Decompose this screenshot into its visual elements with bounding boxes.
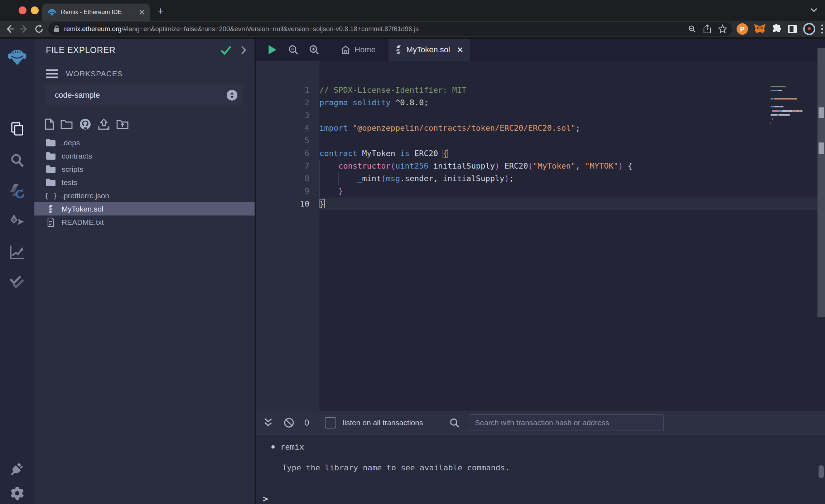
workspaces-row: WORKSPACES	[46, 69, 123, 78]
upload-folder-icon[interactable]	[116, 119, 129, 129]
code-line-6: contract MyToken is ERC20 {	[319, 147, 448, 160]
browser-tab[interactable]: Remix - Ethereum IDE	[42, 4, 150, 21]
hamburger-menu-icon[interactable]	[46, 69, 58, 78]
listen-transactions-label[interactable]: listen on all transactions	[343, 418, 423, 427]
code-line-10: }	[319, 198, 325, 210]
panel-title: FILE EXPLORER	[46, 45, 220, 55]
code-line-7: constructor(uint256 initialSupply) ERC20…	[319, 160, 632, 172]
log-source: remix	[280, 442, 304, 451]
terminal-log-message: Type the library name to see available c…	[282, 463, 510, 472]
tab-home-label: Home	[354, 45, 376, 54]
new-file-icon[interactable]	[45, 118, 54, 130]
solidity-file-icon	[48, 205, 54, 213]
upload-file-icon[interactable]	[98, 118, 110, 130]
browser-tab-title: Remix - Ethereum IDE	[61, 9, 139, 16]
analysis-chart-icon[interactable]	[0, 238, 34, 266]
file-tree-item-mytoken-sol[interactable]: MyToken.sol	[34, 202, 255, 215]
extension-icons: P	[736, 23, 824, 35]
line-number: 1	[266, 84, 309, 96]
browser-tab-strip: Remix - Ethereum IDE +	[0, 0, 825, 21]
new-folder-icon[interactable]	[61, 119, 73, 129]
tab-search-chevron-icon[interactable]	[810, 7, 818, 13]
remix-logo[interactable]	[0, 43, 34, 72]
search-icon[interactable]	[0, 146, 34, 175]
extensions-puzzle-icon[interactable]	[771, 24, 782, 34]
reload-icon[interactable]	[34, 24, 44, 34]
editor: Home MyToken.sol 12345678910 // SPDX-Lic…	[256, 39, 825, 411]
browser-menu-icon[interactable]	[821, 24, 824, 34]
solidity-file-icon	[396, 45, 402, 54]
window-minimize-button[interactable]	[31, 6, 39, 14]
github-clone-icon[interactable]	[79, 118, 91, 130]
forward-icon[interactable]	[19, 24, 29, 34]
line-number: 4	[266, 122, 309, 134]
url-domain: remix.ethereum.org	[64, 25, 121, 33]
file-tree-item-contracts[interactable]: contracts	[34, 149, 255, 163]
terminal-clear-icon[interactable]	[284, 417, 294, 428]
metamask-extension-icon[interactable]	[753, 23, 766, 35]
listen-transactions-checkbox[interactable]	[325, 417, 336, 428]
terminal-scrollbar-thumb[interactable]	[819, 465, 824, 478]
solidity-compiler-icon[interactable]	[0, 177, 34, 205]
file-tree-item-scripts[interactable]: scripts	[34, 163, 255, 176]
tab-mytoken-sol[interactable]: MyToken.sol	[389, 39, 470, 61]
line-number: 3	[266, 109, 309, 122]
back-icon[interactable]	[5, 24, 14, 34]
tab-close-icon[interactable]	[139, 9, 145, 15]
file-tree-item--prettierrc-json[interactable]: { }.prettierrc.json	[34, 189, 255, 202]
panel-chevron-right-icon[interactable]	[241, 46, 246, 54]
terminal-toolbar: 0 listen on all transactions	[256, 411, 825, 435]
code-line-9: }	[319, 185, 343, 197]
text-cursor	[324, 199, 325, 208]
code-area[interactable]: 12345678910 // SPDX-License-Identifier: …	[256, 61, 817, 411]
terminal-body[interactable]: remix Type the library name to see avail…	[256, 435, 825, 504]
file-explorer-actions	[45, 118, 129, 130]
page-scrollbar-track[interactable]	[817, 48, 825, 317]
workspace-select[interactable]: code-sample	[45, 84, 242, 106]
terminal-search-icon	[449, 418, 459, 428]
zoom-out-button[interactable]	[283, 45, 304, 55]
screen: Remix - Ethereum IDE + remix.ethereum.or…	[0, 0, 825, 504]
terminal-log-source-row[interactable]: remix	[271, 442, 304, 451]
zoom-page-icon[interactable]	[688, 25, 696, 33]
plugin-manager-icon[interactable]	[0, 454, 34, 483]
address-bar[interactable]: remix.ethereum.org/#lang=en&optimize=fal…	[48, 22, 732, 36]
run-script-button[interactable]	[262, 44, 283, 55]
folder-icon	[46, 139, 56, 147]
log-bullet-icon	[271, 445, 275, 449]
home-icon	[341, 45, 350, 54]
workspace-sort-icon[interactable]	[227, 90, 237, 101]
terminal-expand-icon[interactable]	[264, 417, 273, 428]
zoom-in-button[interactable]	[304, 45, 324, 55]
browser-toolbar: remix.ethereum.org/#lang=en&optimize=fal…	[0, 21, 825, 39]
page-scrollbar-thumb[interactable]	[819, 107, 824, 118]
settings-gear-icon[interactable]	[0, 479, 34, 504]
bookmark-star-icon[interactable]	[718, 24, 727, 34]
transaction-search-input[interactable]	[469, 415, 664, 431]
side-panel-icon[interactable]	[787, 24, 798, 34]
code-line-2: pragma solidity ^0.8.0;	[319, 96, 429, 109]
file-explorer-icon[interactable]	[0, 115, 34, 143]
file-explorer-panel: FILE EXPLORER WORKSPACES code-sample	[34, 39, 256, 504]
new-tab-button[interactable]: +	[158, 5, 164, 17]
minimap[interactable]	[771, 86, 818, 126]
file-tree-item-tests[interactable]: tests	[34, 176, 255, 189]
file-tree-item-readme-txt[interactable]: README.txt	[34, 215, 255, 229]
svg-text:P: P	[740, 25, 745, 33]
file-tree-item--deps[interactable]: .deps	[34, 136, 255, 149]
folder-icon	[46, 152, 56, 160]
profile-avatar[interactable]	[803, 23, 816, 35]
transaction-count-badge: 0	[304, 418, 309, 428]
deploy-run-icon[interactable]	[0, 207, 34, 236]
page-scrollbar-thumb[interactable]	[819, 142, 824, 154]
window-close-button[interactable]	[19, 6, 26, 14]
unit-testing-icon[interactable]	[0, 268, 34, 296]
polkadot-extension-icon[interactable]: P	[736, 23, 748, 35]
panel-header: FILE EXPLORER	[46, 45, 246, 55]
tab-close-icon[interactable]	[457, 47, 463, 53]
tab-home[interactable]: Home	[334, 39, 383, 61]
share-icon[interactable]	[703, 24, 711, 34]
current-line-highlight	[319, 198, 817, 210]
file-tree: .depscontractsscriptstests{ }.prettierrc…	[34, 136, 255, 229]
editor-tab-bar: Home MyToken.sol	[256, 39, 825, 61]
